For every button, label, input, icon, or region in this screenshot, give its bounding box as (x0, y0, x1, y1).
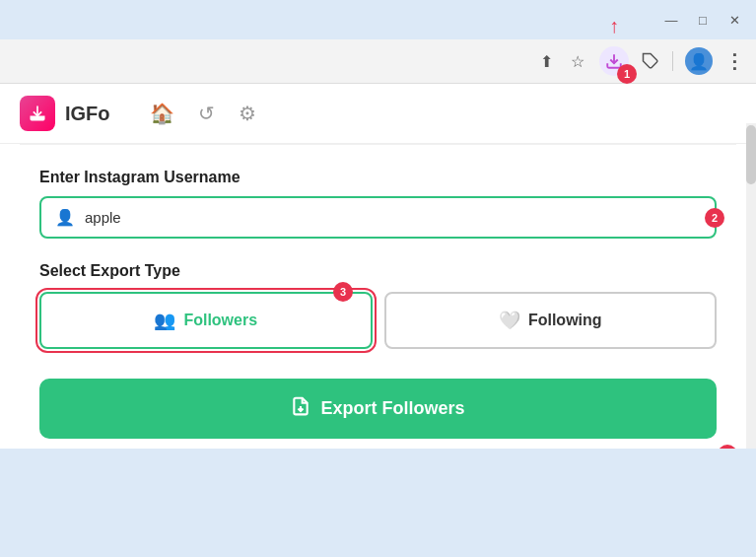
settings-nav-icon[interactable]: ⚙ (239, 102, 256, 125)
browser-chrome: ⬆ ☆ ↑ 1 (0, 39, 756, 84)
following-icon: 🤍 (499, 310, 520, 331)
title-bar: — □ ✕ (0, 0, 756, 39)
export-button[interactable]: Export Followers (39, 379, 717, 439)
logo-icon (20, 96, 55, 131)
scrollbar-thumb[interactable] (746, 125, 756, 184)
app-logo: IGFo (20, 96, 110, 131)
username-input[interactable] (85, 209, 701, 226)
followers-icon: 👥 (154, 310, 175, 331)
export-type-buttons: 👥 Followers 🤍 Following 3 (39, 292, 717, 349)
annotation-3: 3 (333, 282, 353, 302)
app-name: IGFo (65, 103, 110, 125)
minimize-button[interactable]: — (665, 14, 677, 26)
export-type-section: Select Export Type 👥 Followers 🤍 Followi… (0, 262, 756, 369)
following-button[interactable]: 🤍 Following (384, 292, 718, 349)
export-section: Export Followers ↑ 4 (0, 369, 756, 449)
star-icon[interactable]: ☆ (568, 51, 587, 71)
maximize-button[interactable]: □ (697, 14, 709, 26)
annotation-1: 1 (617, 64, 637, 84)
following-label: Following (528, 312, 602, 329)
more-menu-icon[interactable]: ⋮ (724, 51, 744, 71)
content-panel: IGFo 🏠 ↺ ⚙ Enter Instagram Username 👤 2 … (0, 84, 756, 449)
username-form-section: Enter Instagram Username 👤 2 (0, 145, 756, 262)
export-doc-icon (291, 396, 310, 421)
annotation-2: 2 (705, 208, 724, 228)
home-nav-icon[interactable]: 🏠 (150, 102, 174, 125)
toolbar-separator (672, 51, 673, 71)
share-icon[interactable]: ⬆ (536, 51, 556, 71)
browser-toolbar: ⬆ ☆ ↑ 1 (0, 39, 756, 83)
followers-button[interactable]: 👥 Followers (39, 292, 373, 349)
username-label: Enter Instagram Username (39, 169, 717, 186)
user-avatar-icon[interactable]: 👤 (685, 47, 713, 75)
app-window: — □ ✕ ⬆ ☆ ↑ 1 (0, 0, 756, 557)
download-icon-wrapper: ↑ 1 (599, 46, 629, 76)
history-nav-icon[interactable]: ↺ (198, 102, 215, 125)
app-nav: 🏠 ↺ ⚙ (150, 102, 256, 125)
annotation-4: 4 (718, 445, 737, 449)
app-header: IGFo 🏠 ↺ ⚙ (0, 84, 756, 144)
close-button[interactable]: ✕ (728, 14, 740, 26)
username-input-wrapper: 👤 2 (39, 196, 717, 239)
export-type-label: Select Export Type (39, 262, 717, 280)
person-icon: 👤 (55, 208, 75, 227)
window-controls: — □ ✕ (665, 14, 740, 26)
followers-label: Followers (183, 312, 257, 329)
annotation-4-container: ↑ 4 (722, 445, 732, 449)
arrow1-up: ↑ (609, 15, 619, 37)
export-button-label: Export Followers (320, 398, 464, 419)
puzzle-icon[interactable] (641, 51, 660, 71)
